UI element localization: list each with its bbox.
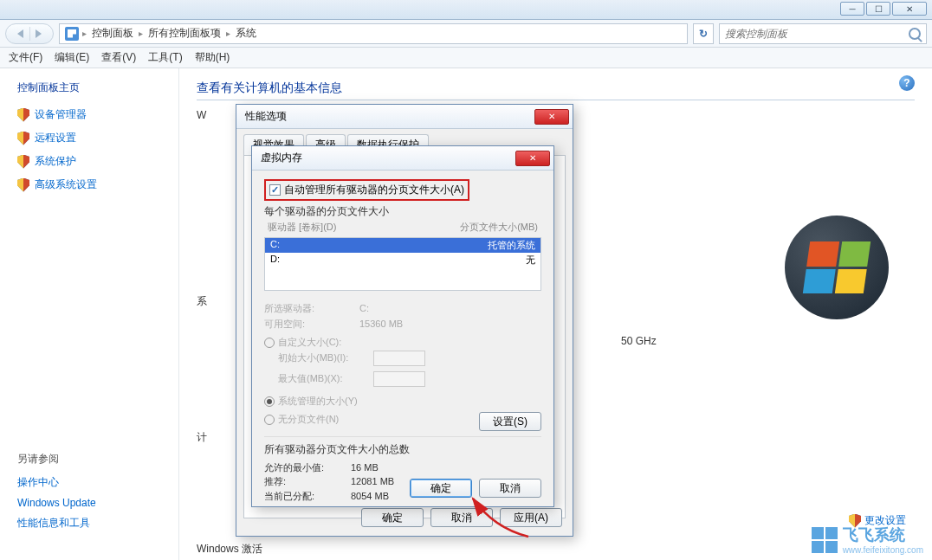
current-value: 8054 MB [351,489,389,504]
sidebar-item-remote[interactable]: 远程设置 [17,131,178,145]
windows-logo [785,216,889,319]
dialog-title: 虚拟内存 [261,151,302,165]
window-titlebar: ─ ☐ ✕ [0,0,932,20]
sidebar-title[interactable]: 控制面板主页 [17,80,178,95]
brand-url: www.feifeixitong.com [843,545,923,555]
sidebar-item-label: 设备管理器 [35,107,87,122]
menu-tools[interactable]: 工具(T) [148,50,182,65]
chevron-right-icon: ▸ [226,29,230,38]
avail-space-label: 可用空间: [264,317,359,332]
drive-header-left: 驱动器 [卷标](D) [268,221,336,234]
chevron-right-icon: ▸ [82,29,87,38]
menu-help[interactable]: 帮助(H) [195,50,230,65]
max-size-input[interactable] [373,371,425,387]
search-icon [909,28,921,40]
menu-view[interactable]: 查看(V) [101,50,136,65]
sidebar-item-device-manager[interactable]: 设备管理器 [17,107,178,122]
sidebar-item-advanced[interactable]: 高级系统设置 [17,177,178,192]
nav-back-forward[interactable] [5,23,54,44]
breadcrumb-item[interactable]: 系统 [234,26,258,41]
custom-size-label: 自定义大小(C): [278,337,341,347]
system-managed-radio[interactable] [264,396,275,407]
menu-file[interactable]: 文件(F) [9,50,42,65]
sidebar-item-label: 远程设置 [35,131,76,145]
menu-edit[interactable]: 编辑(E) [55,50,89,65]
maximize-button[interactable]: ☐ [866,2,890,16]
min-allowed-value: 16 MB [351,460,379,475]
selected-drive-value: C: [359,301,369,317]
custom-size-radio[interactable] [264,338,275,348]
breadcrumb-item[interactable]: 控制面板 [90,26,135,41]
virtual-memory-dialog: 虚拟内存 ✕ 自动管理所有驱动器的分页文件大小(A) 每个驱动器的分页文件大小 … [251,145,554,507]
close-button[interactable]: ✕ [892,2,927,16]
shield-icon [17,155,29,169]
sidebar-item-label: 系统保护 [35,154,76,169]
activation-header: Windows 激活 [197,542,262,557]
drive-header-right: 分页文件大小(MB) [460,221,538,234]
shield-icon [17,108,29,122]
initial-size-input[interactable] [373,351,425,366]
set-button[interactable]: 设置(S) [479,412,541,431]
cancel-button[interactable]: 取消 [479,479,541,498]
no-paging-radio[interactable] [264,415,275,425]
close-icon[interactable]: ✕ [515,151,550,166]
drive-row[interactable]: C: 托管的系统 [265,238,540,253]
min-allowed-label: 允许的最小值: [264,460,351,475]
current-label: 当前已分配: [264,489,351,504]
ok-button[interactable]: 确定 [410,479,472,498]
sidebar-item-protection[interactable]: 系统保护 [17,154,178,169]
group-label: 每个驱动器的分页文件大小 [264,204,541,219]
selected-drive-label: 所选驱动器: [264,301,359,317]
drive-letter: D: [270,254,280,267]
shield-icon [17,132,29,145]
see-also-section: 另请参阅 操作中心 Windows Update 性能信息和工具 [17,452,178,531]
minimize-button[interactable]: ─ [840,2,864,16]
drive-status: 托管的系统 [488,239,535,252]
auto-manage-label: 自动管理所有驱动器的分页文件大小(A) [284,183,464,197]
nav-forward-icon [36,29,42,38]
see-also-header: 另请参阅 [17,452,178,467]
page-title: 查看有关计算机的基本信息 [197,80,915,100]
search-input[interactable] [725,28,909,40]
auto-manage-checkbox[interactable] [269,184,281,196]
dialog-title: 性能选项 [245,109,287,124]
see-also-windows-update[interactable]: Windows Update [17,497,178,509]
chevron-right-icon: ▸ [139,29,143,38]
see-also-action-center[interactable]: 操作中心 [17,475,178,490]
nav-back-icon [17,29,23,38]
cpu-frequency: 50 GHz [621,335,657,347]
control-panel-icon [65,27,79,41]
see-also-performance[interactable]: 性能信息和工具 [17,516,178,531]
brand-logo-icon [812,527,838,553]
dialog-titlebar[interactable]: 虚拟内存 ✕ [252,146,553,171]
breadcrumb-item[interactable]: 所有控制面板项 [146,26,223,41]
brand-name: 飞飞系统 [843,526,905,544]
drive-list[interactable]: C: 托管的系统 D: 无 [264,237,541,291]
drive-letter: C: [270,239,280,252]
help-icon[interactable]: ? [899,75,915,91]
drive-status: 无 [526,254,535,267]
sidebar: 控制面板主页 设备管理器 远程设置 系统保护 高级系统设置 另请参阅 操作中心 … [0,68,178,560]
breadcrumb[interactable]: ▸ 控制面板 ▸ 所有控制面板项 ▸ 系统 [59,23,688,44]
sidebar-item-label: 高级系统设置 [35,177,97,192]
menu-bar: 文件(F) 编辑(E) 查看(V) 工具(T) 帮助(H) [0,48,932,68]
close-icon[interactable]: ✕ [534,109,569,125]
address-bar-row: ▸ 控制面板 ▸ 所有控制面板项 ▸ 系统 ↻ [0,20,932,48]
shield-icon [17,178,29,192]
max-size-label: 最大值(MB)(X): [278,371,373,387]
watermark-brand: 飞飞系统 www.feifeixitong.com [812,525,923,555]
recommended-label: 推荐: [264,474,351,489]
recommended-value: 12081 MB [351,474,394,489]
no-paging-label: 无分页文件(N) [278,414,339,424]
highlight-box: 自动管理所有驱动器的分页文件大小(A) [264,179,469,201]
system-managed-label: 系统管理的大小(Y) [278,396,358,406]
avail-space-value: 15360 MB [359,317,403,332]
drive-row[interactable]: D: 无 [265,253,540,267]
dialog-titlebar[interactable]: 性能选项 ✕ [236,105,573,129]
totals-header: 所有驱动器分页文件大小的总数 [264,442,541,457]
refresh-button[interactable]: ↻ [693,23,714,44]
initial-size-label: 初始大小(MB)(I): [278,351,373,366]
search-box[interactable] [719,23,927,44]
